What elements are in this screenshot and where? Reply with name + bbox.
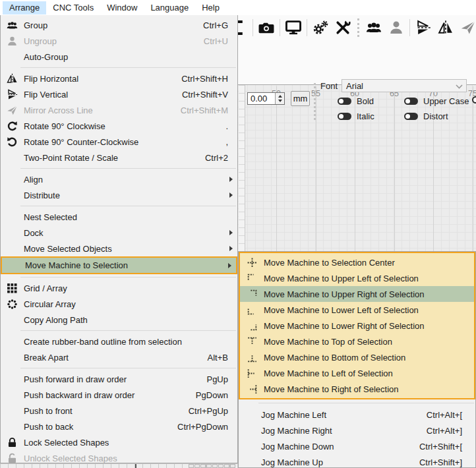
menu-item-shortcut: Ctrl+Shift+V: [182, 90, 237, 100]
mirror-line-icon[interactable]: [460, 19, 476, 36]
spinner-buttons[interactable]: [275, 93, 284, 104]
menu-item-two-point-rotate-scale[interactable]: Two-Point Rotate / ScaleCtrl+2: [1, 150, 237, 165]
menu-item-mirror-across-line[interactable]: Mirror Across LineCtrl+Shift+M: [1, 102, 237, 118]
menubar-item-help[interactable]: Help: [195, 1, 226, 15]
size-spinbox[interactable]: 0.00: [247, 92, 285, 105]
submenu-item-move-machine-to-top-of-selection[interactable]: Move Machine to Top of Selection: [240, 334, 474, 349]
submenu-item-move-machine-to-left-of-selection[interactable]: Move Machine to Left of Selection: [240, 365, 474, 381]
unlock-icon: [5, 452, 18, 464]
camera-icon[interactable]: [258, 19, 275, 36]
submenu-item-move-machine-to-upper-left-of-selection[interactable]: Move Machine to Upper Left of Selection: [240, 270, 474, 286]
menu-item-jog-machine-right[interactable]: Jog Machine RightCtrl+Alt+]: [239, 423, 475, 438]
menu-item-unlock-selected-shapes[interactable]: Unlock Selected Shapes: [1, 450, 237, 466]
move-top-icon: [246, 336, 258, 347]
menu-item-shortcut: Ctrl+Shift+H: [181, 74, 237, 84]
menubar-item-window[interactable]: Window: [100, 1, 144, 15]
menu-item-grid-array[interactable]: Grid / Array: [1, 280, 237, 296]
menu-item-flip-vertical[interactable]: Flip VerticalCtrl+Shift+V: [1, 86, 237, 102]
menu-separator: [258, 403, 474, 403]
gears-icon[interactable]: [312, 19, 329, 36]
menu-item-shortcut: Ctrl+2: [205, 153, 237, 163]
menu-item-nest-selected[interactable]: Nest Selected: [1, 209, 237, 225]
menubar-item-cnc-tools[interactable]: CNC Tools: [46, 1, 100, 15]
menu-item-label: Mirror Across Line: [24, 105, 93, 115]
menu-item-break-apart[interactable]: Break ApartAlt+B: [1, 349, 237, 365]
menu-item-dock[interactable]: Dock: [1, 225, 237, 241]
menu-item-flip-horizontal[interactable]: Flip HorizontalCtrl+Shift+H: [1, 71, 237, 86]
toolbar-drag-handle[interactable]: [314, 83, 316, 120]
rotate-cw-icon: [5, 120, 18, 132]
menu-item-lock-selected-shapes[interactable]: Lock Selected Shapes: [1, 434, 237, 450]
font-dropdown[interactable]: Arial: [342, 79, 467, 92]
menu-item-label: Create rubber-band outline from selectio…: [24, 337, 182, 347]
toolbar-drag-handle[interactable]: [357, 18, 359, 37]
submenu-item-label: Move Machine to Bottom of Selection: [264, 353, 405, 363]
flip-horizontal-icon[interactable]: [437, 19, 454, 36]
menu-item-shortcut: ,: [225, 137, 237, 147]
clipped-toggle[interactable]: [472, 96, 476, 103]
spin-down-icon[interactable]: [278, 100, 282, 102]
menu-item-label: Copy Along Path: [24, 315, 88, 325]
menu-item-copy-along-path[interactable]: Copy Along Path: [1, 312, 237, 328]
menu-item-jog-machine-down[interactable]: Jog Machine DownCtrl+Shift+[: [239, 438, 475, 454]
menu-item-group[interactable]: GroupCtrl+G: [1, 17, 237, 33]
menu-item-shortcut: Ctrl+Alt+[: [427, 410, 475, 420]
menu-item-rotate-90-counter-clockwise[interactable]: Rotate 90° Counter-Clockwise,: [1, 134, 237, 150]
submenu-item-label: Move Machine to Top of Selection: [264, 337, 392, 347]
submenu-item-move-machine-to-selection-center[interactable]: Move Machine to Selection Center: [240, 254, 474, 270]
move-upper-right-icon: [246, 288, 258, 300]
menu-item-rotate-90-clockwise[interactable]: Rotate 90° Clockwise.: [1, 118, 237, 134]
menu-item-label: Push backward in draw order: [24, 390, 134, 400]
menu-item-move-machine-to-selection[interactable]: Move Machine to Selection: [1, 256, 237, 274]
person-icon[interactable]: [388, 19, 405, 36]
menu-item-ungroup[interactable]: UngroupCtrl+U: [1, 33, 237, 49]
units-button[interactable]: mm: [291, 91, 310, 106]
submenu-item-label: Move Machine to Upper Right of Selection: [264, 289, 425, 299]
uppercase-toggle[interactable]: [404, 98, 418, 105]
menu-item-align[interactable]: Align: [1, 171, 237, 187]
ruler-tick-label: 55: [311, 89, 320, 98]
submenu-arrow-icon: [228, 263, 231, 268]
submenu-item-move-machine-to-lower-right-of-selection[interactable]: Move Machine to Lower Right of Selection: [240, 318, 474, 334]
menubar-item-arrange[interactable]: Arrange: [3, 1, 46, 15]
menu-item-shortcut: Ctrl+Shift+[: [419, 442, 475, 452]
menu-item-move-selected-objects[interactable]: Move Selected Objects: [1, 241, 237, 256]
submenu-item-move-machine-to-lower-left-of-selection[interactable]: Move Machine to Lower Left of Selection: [240, 302, 474, 318]
move-lower-right-icon: [246, 320, 258, 332]
menu-item-jog-machine-left[interactable]: Jog Machine LeftCtrl+Alt+[: [239, 407, 475, 423]
bold-toggle[interactable]: [338, 98, 351, 105]
menu-item-shortcut: Ctrl+Alt+]: [427, 426, 475, 436]
submenu-item-move-machine-to-right-of-selection[interactable]: Move Machine to Right of Selection: [240, 381, 474, 397]
submenu-item-move-machine-to-bottom-of-selection[interactable]: Move Machine to Bottom of Selection: [240, 349, 474, 365]
size-spinbox-value[interactable]: 0.00: [248, 93, 275, 104]
menu-item-label: Align: [24, 175, 43, 185]
menu-item-push-backward-in-draw-order[interactable]: Push backward in draw orderPgDown: [1, 387, 237, 403]
menu-item-create-rubber-band-outline-from-selection[interactable]: Create rubber-band outline from selectio…: [1, 334, 237, 349]
menu-item-label: Lock Selected Shapes: [24, 438, 109, 448]
annotation-highlight-box: Move Machine to Selection CenterMove Mac…: [239, 252, 475, 399]
menu-item-label: Break Apart: [24, 353, 69, 363]
menu-item-auto-group[interactable]: Auto-Group: [1, 49, 237, 65]
spin-up-icon[interactable]: [278, 95, 282, 98]
rotate-ccw-icon: [5, 136, 18, 148]
menu-item-shortcut: Ctrl+G: [203, 20, 237, 30]
menu-item-jog-machine-up[interactable]: Jog Machine UpCtrl+Shift+]: [239, 454, 475, 468]
distort-toggle[interactable]: [404, 113, 418, 120]
group-people-icon[interactable]: [365, 19, 382, 36]
menubar-item-language[interactable]: Language: [144, 1, 195, 15]
submenu-item-move-machine-to-upper-right-of-selection[interactable]: Move Machine to Upper Right of Selection: [240, 286, 474, 302]
menu-item-circular-array[interactable]: Circular Array: [1, 296, 237, 312]
flip-vertical-icon[interactable]: [415, 19, 432, 36]
wrench-icon[interactable]: [334, 19, 351, 36]
italic-toggle[interactable]: [338, 113, 351, 120]
menu-item-label: Jog Machine Down: [261, 442, 334, 452]
chevron-down-icon: [456, 81, 463, 91]
submenu-item-label: Move Machine to Upper Left of Selection: [264, 274, 419, 283]
menu-item-push-forward-in-draw-order[interactable]: Push forward in draw orderPgUp: [1, 371, 237, 387]
menu-separator: [20, 168, 236, 169]
menu-item-push-to-back[interactable]: Push to backCtrl+PgDown: [1, 419, 237, 434]
menu-item-push-to-front[interactable]: Push to frontCtrl+PgUp: [1, 403, 237, 419]
menu-item-distribute[interactable]: Distribute: [1, 187, 237, 203]
move-center-icon: [246, 256, 258, 268]
monitor-icon[interactable]: [285, 19, 302, 36]
